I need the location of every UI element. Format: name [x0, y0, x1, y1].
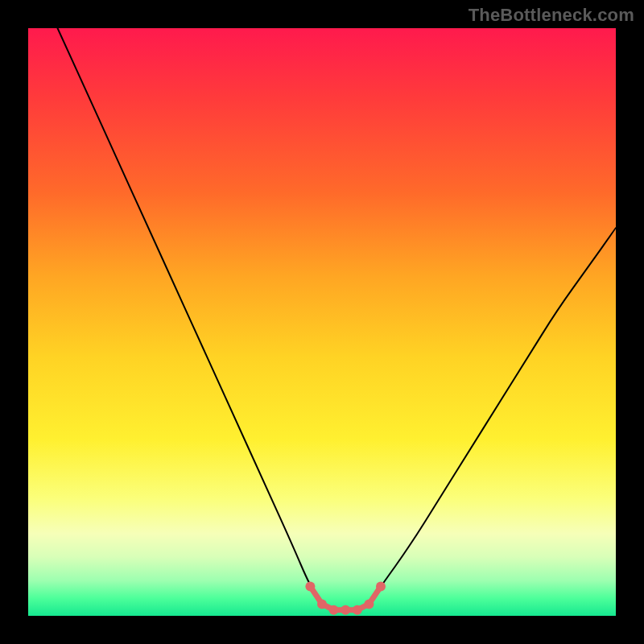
optimal-zone-point	[305, 582, 315, 592]
optimal-zone-markers	[305, 582, 386, 615]
optimal-zone-point	[364, 599, 374, 609]
curve-layer	[28, 28, 616, 616]
optimal-zone-point	[376, 582, 386, 592]
chart-frame: TheBottleneck.com	[0, 0, 644, 644]
watermark-text: TheBottleneck.com	[469, 5, 634, 26]
plot-area	[28, 28, 616, 616]
bottleneck-curve	[58, 28, 617, 610]
optimal-zone-point	[353, 605, 362, 615]
optimal-zone-point	[341, 605, 350, 615]
optimal-zone-point	[317, 599, 327, 609]
optimal-zone-point	[329, 605, 339, 615]
